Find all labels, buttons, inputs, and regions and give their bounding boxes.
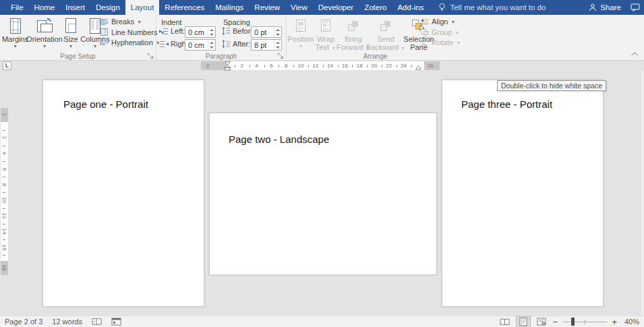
- collapse-ribbon-icon[interactable]: [631, 51, 639, 57]
- page-one[interactable]: Page one - Portrait: [42, 80, 204, 307]
- spin-down-icon[interactable]: [274, 32, 281, 38]
- print-layout-button[interactable]: [517, 317, 530, 327]
- spin-down-icon[interactable]: [208, 32, 215, 38]
- ruler-left-margin[interactable]: [201, 61, 227, 70]
- dropdown-caret-icon: ▼: [93, 44, 98, 49]
- breaks-button[interactable]: Breaks ▼: [100, 18, 165, 26]
- titlebar-right: Share: [589, 0, 640, 15]
- ribbon-tab-label: File: [11, 3, 24, 11]
- spacing-heading: Spacing: [223, 18, 250, 26]
- dropdown-caret-icon: ▼: [137, 20, 142, 24]
- ruler-end-number: 26: [428, 63, 434, 69]
- ribbon-tab[interactable]: Review: [249, 0, 285, 15]
- spacing-before-value: 0 pt: [254, 28, 266, 36]
- ruler-number: 14: [327, 63, 333, 69]
- zoom-slider[interactable]: [562, 317, 607, 326]
- zoom-out-button[interactable]: −: [553, 318, 558, 326]
- align-icon: [420, 18, 429, 26]
- vertical-ruler[interactable]: 2 246810121416 18: [0, 108, 9, 275]
- ruler-number: 10: [1, 197, 7, 204]
- position-button: Position ▼: [288, 16, 314, 51]
- ribbon-tab[interactable]: Developer: [313, 0, 359, 15]
- ribbon-tab[interactable]: Mailings: [210, 0, 249, 15]
- proofing-status-icon[interactable]: [92, 318, 102, 326]
- spacing-after-label: After:: [233, 40, 250, 48]
- spacing-before-spinner[interactable]: [274, 27, 281, 37]
- breaks-label: Breaks: [111, 18, 134, 26]
- share-button[interactable]: Share: [589, 3, 621, 11]
- page-three[interactable]: Page three - Portrait: [442, 80, 604, 307]
- ruler-number: 12: [1, 212, 7, 220]
- ribbon-tab[interactable]: Zotero: [359, 0, 392, 15]
- word-count[interactable]: 12 words: [52, 318, 82, 326]
- margins-icon: [7, 17, 24, 35]
- spin-up-icon[interactable]: [274, 40, 281, 45]
- size-button[interactable]: Size ▼: [60, 16, 82, 49]
- spacing-before-icon: [222, 27, 231, 35]
- ribbon-tab[interactable]: Design: [90, 0, 125, 15]
- page-setup-dialog-launcher[interactable]: [147, 53, 154, 59]
- ribbon-tab-label: References: [165, 3, 204, 11]
- document-canvas[interactable]: 2 246810121416 18 Page one - Portrait Pa…: [0, 71, 644, 316]
- spacing-before-input[interactable]: 0 pt: [251, 26, 282, 38]
- ribbon-tab-bar: File Home Insert Design Layout: [0, 0, 644, 15]
- lightbulb-icon: [438, 3, 446, 12]
- zoom-in-button[interactable]: +: [612, 318, 617, 326]
- group-objects-icon: [420, 28, 429, 36]
- hyphenation-button[interactable]: bc Hyphenation ▼: [100, 38, 165, 47]
- ribbon-tab[interactable]: Layout: [125, 0, 160, 15]
- ribbon-tab[interactable]: Insert: [60, 0, 90, 15]
- spin-up-icon[interactable]: [208, 27, 215, 32]
- read-mode-button[interactable]: [498, 317, 512, 327]
- ribbon-tab[interactable]: View: [285, 0, 313, 15]
- ribbon-tab-label: Add-ins: [397, 3, 423, 11]
- spacing-after-value: 8 pt: [254, 41, 266, 49]
- vertical-scrollbar[interactable]: [640, 71, 644, 316]
- wrap-text-button: Wrap Text ▼: [314, 16, 338, 51]
- spacing-after-spinner[interactable]: [274, 40, 281, 50]
- ribbon-layout-tab-panel: Margins ▼ Orientation ▼ Size ▼ Columns ▼: [0, 15, 644, 61]
- spin-up-icon[interactable]: [274, 27, 281, 32]
- line-numbers-button[interactable]: Line Numbers ▼: [100, 28, 165, 36]
- macro-record-icon[interactable]: [111, 318, 121, 326]
- zoom-level[interactable]: 40%: [624, 318, 639, 326]
- spin-down-icon[interactable]: [208, 45, 215, 51]
- web-layout-button[interactable]: [535, 317, 548, 327]
- comment-icon[interactable]: [631, 3, 640, 11]
- zoom-slider-handle[interactable]: [571, 318, 575, 326]
- page-one-text[interactable]: Page one - Portrait: [63, 98, 148, 110]
- ribbon-tab[interactable]: References: [159, 0, 210, 15]
- send-backward-button: Send Backward ▼: [369, 16, 403, 51]
- send-backward-label-line2: Backward ▼: [366, 43, 405, 51]
- paragraph-dialog-launcher[interactable]: [277, 53, 284, 59]
- margins-button[interactable]: Margins ▼: [1, 16, 29, 49]
- page-indicator[interactable]: Page 2 of 3: [5, 318, 42, 326]
- tell-me-box[interactable]: Tell me what you want to do: [438, 0, 546, 15]
- hanging-indent-marker[interactable]: [225, 65, 231, 71]
- line-numbers-label: Line Numbers: [111, 28, 157, 36]
- ribbon-tab-label: Developer: [318, 3, 353, 11]
- spacing-after-input[interactable]: 8 pt: [251, 39, 282, 51]
- spin-down-icon[interactable]: [274, 45, 281, 51]
- orientation-button[interactable]: Orientation ▼: [29, 16, 60, 49]
- right-indent-marker[interactable]: [415, 65, 421, 70]
- indent-right-spinner[interactable]: [208, 40, 215, 50]
- spin-up-icon[interactable]: [208, 40, 215, 45]
- page-three-text[interactable]: Page three - Portrait: [461, 98, 552, 110]
- hide-white-space-tooltip: Double-click to hide white space: [497, 80, 606, 91]
- svg-text:bc: bc: [100, 40, 105, 47]
- ribbon-tab[interactable]: Add-ins: [392, 0, 429, 15]
- line-numbers-icon: [100, 28, 109, 36]
- ribbon-tab[interactable]: Home: [29, 0, 61, 15]
- align-button[interactable]: Align ▼: [420, 18, 461, 26]
- tab-stop-selector[interactable]: L: [3, 61, 11, 70]
- indent-right-input[interactable]: 0 cm: [185, 39, 216, 51]
- dropdown-caret-icon: ▼: [331, 46, 336, 51]
- ribbon-tab[interactable]: File: [5, 0, 29, 15]
- vruler-margin-number: 2: [1, 111, 7, 119]
- wrap-text-icon: [320, 17, 332, 35]
- page-two-text[interactable]: Page two - Landscape: [229, 133, 329, 145]
- page-two[interactable]: Page two - Landscape: [209, 113, 437, 275]
- indent-left-spinner[interactable]: [208, 27, 215, 37]
- indent-left-input[interactable]: 0 cm: [185, 26, 216, 38]
